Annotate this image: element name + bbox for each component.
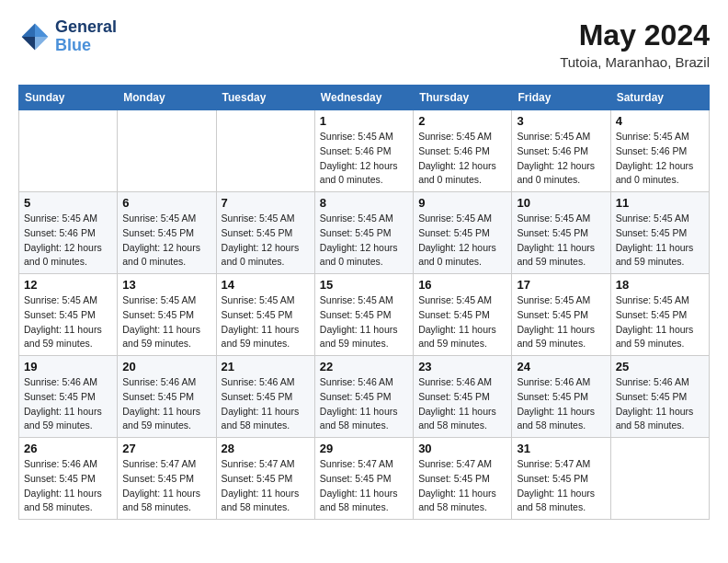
day-info: Sunrise: 5:45 AM Sunset: 5:46 PM Dayligh… xyxy=(517,130,605,188)
month-year: May 2024 xyxy=(560,18,710,52)
day-number: 25 xyxy=(616,360,704,373)
day-number: 20 xyxy=(122,360,210,373)
day-info: Sunrise: 5:45 AM Sunset: 5:45 PM Dayligh… xyxy=(122,212,210,270)
day-info: Sunrise: 5:45 AM Sunset: 5:45 PM Dayligh… xyxy=(222,293,310,351)
logo-icon xyxy=(18,20,51,53)
day-number: 28 xyxy=(222,442,310,455)
day-info: Sunrise: 5:45 AM Sunset: 5:46 PM Dayligh… xyxy=(616,130,704,188)
page-header: General Blue May 2024 Tutoia, Maranhao, … xyxy=(18,18,710,70)
day-number: 19 xyxy=(24,360,112,373)
day-number: 31 xyxy=(517,442,605,455)
table-row: 11Sunrise: 5:45 AM Sunset: 5:45 PM Dayli… xyxy=(610,192,709,274)
day-number: 10 xyxy=(517,196,605,210)
table-row: 20Sunrise: 5:46 AM Sunset: 5:45 PM Dayli… xyxy=(118,356,216,438)
day-number: 26 xyxy=(24,442,112,455)
svg-marker-2 xyxy=(22,37,35,50)
day-number: 4 xyxy=(616,114,704,128)
col-wednesday: Wednesday xyxy=(314,86,413,110)
day-info: Sunrise: 5:46 AM Sunset: 5:45 PM Dayligh… xyxy=(222,375,310,433)
title-block: May 2024 Tutoia, Maranhao, Brazil xyxy=(560,18,710,70)
table-row: 28Sunrise: 5:47 AM Sunset: 5:45 PM Dayli… xyxy=(216,438,314,520)
col-tuesday: Tuesday xyxy=(216,86,314,110)
day-number: 22 xyxy=(320,360,408,373)
day-number: 18 xyxy=(616,278,704,292)
day-info: Sunrise: 5:47 AM Sunset: 5:45 PM Dayligh… xyxy=(122,457,210,515)
day-info: Sunrise: 5:45 AM Sunset: 5:45 PM Dayligh… xyxy=(320,212,408,270)
table-row: 5Sunrise: 5:45 AM Sunset: 5:46 PM Daylig… xyxy=(19,192,118,274)
table-row: 15Sunrise: 5:45 AM Sunset: 5:45 PM Dayli… xyxy=(314,274,413,356)
day-info: Sunrise: 5:46 AM Sunset: 5:45 PM Dayligh… xyxy=(320,375,408,433)
table-row: 30Sunrise: 5:47 AM Sunset: 5:45 PM Dayli… xyxy=(414,438,512,520)
calendar-week-row: 5Sunrise: 5:45 AM Sunset: 5:46 PM Daylig… xyxy=(19,192,710,274)
table-row: 18Sunrise: 5:45 AM Sunset: 5:45 PM Dayli… xyxy=(610,274,709,356)
day-info: Sunrise: 5:46 AM Sunset: 5:45 PM Dayligh… xyxy=(122,375,210,433)
day-number: 14 xyxy=(222,278,310,292)
day-info: Sunrise: 5:47 AM Sunset: 5:45 PM Dayligh… xyxy=(517,457,605,515)
table-row: 29Sunrise: 5:47 AM Sunset: 5:45 PM Dayli… xyxy=(314,438,413,520)
day-info: Sunrise: 5:45 AM Sunset: 5:45 PM Dayligh… xyxy=(517,293,605,351)
day-number: 21 xyxy=(222,360,310,373)
calendar-week-row: 19Sunrise: 5:46 AM Sunset: 5:45 PM Dayli… xyxy=(19,356,710,438)
day-info: Sunrise: 5:46 AM Sunset: 5:45 PM Dayligh… xyxy=(517,375,605,433)
day-info: Sunrise: 5:45 AM Sunset: 5:45 PM Dayligh… xyxy=(24,293,112,351)
day-number: 1 xyxy=(320,114,408,128)
day-info: Sunrise: 5:46 AM Sunset: 5:45 PM Dayligh… xyxy=(24,457,112,515)
table-row xyxy=(610,438,709,520)
location: Tutoia, Maranhao, Brazil xyxy=(560,54,710,70)
table-row: 24Sunrise: 5:46 AM Sunset: 5:45 PM Dayli… xyxy=(512,356,610,438)
day-number: 27 xyxy=(122,442,210,455)
day-info: Sunrise: 5:46 AM Sunset: 5:45 PM Dayligh… xyxy=(418,375,506,433)
day-info: Sunrise: 5:45 AM Sunset: 5:45 PM Dayligh… xyxy=(122,293,210,351)
day-number: 15 xyxy=(320,278,408,292)
table-row: 22Sunrise: 5:46 AM Sunset: 5:45 PM Dayli… xyxy=(314,356,413,438)
day-info: Sunrise: 5:47 AM Sunset: 5:45 PM Dayligh… xyxy=(222,457,310,515)
col-saturday: Saturday xyxy=(610,86,709,110)
table-row: 4Sunrise: 5:45 AM Sunset: 5:46 PM Daylig… xyxy=(610,110,709,192)
svg-marker-1 xyxy=(22,23,35,36)
day-info: Sunrise: 5:45 AM Sunset: 5:45 PM Dayligh… xyxy=(418,293,506,351)
day-info: Sunrise: 5:45 AM Sunset: 5:46 PM Dayligh… xyxy=(418,130,506,188)
table-row: 3Sunrise: 5:45 AM Sunset: 5:46 PM Daylig… xyxy=(512,110,610,192)
col-sunday: Sunday xyxy=(19,86,118,110)
table-row: 9Sunrise: 5:45 AM Sunset: 5:45 PM Daylig… xyxy=(414,192,512,274)
col-thursday: Thursday xyxy=(414,86,512,110)
calendar-week-row: 26Sunrise: 5:46 AM Sunset: 5:45 PM Dayli… xyxy=(19,438,710,520)
day-number: 11 xyxy=(616,196,704,210)
logo-text: General Blue xyxy=(55,18,117,55)
table-row: 19Sunrise: 5:46 AM Sunset: 5:45 PM Dayli… xyxy=(19,356,118,438)
day-info: Sunrise: 5:45 AM Sunset: 5:45 PM Dayligh… xyxy=(418,212,506,270)
day-number: 13 xyxy=(122,278,210,292)
table-row xyxy=(216,110,314,192)
table-row: 21Sunrise: 5:46 AM Sunset: 5:45 PM Dayli… xyxy=(216,356,314,438)
table-row: 13Sunrise: 5:45 AM Sunset: 5:45 PM Dayli… xyxy=(118,274,216,356)
table-row: 8Sunrise: 5:45 AM Sunset: 5:45 PM Daylig… xyxy=(314,192,413,274)
calendar-week-row: 1Sunrise: 5:45 AM Sunset: 5:46 PM Daylig… xyxy=(19,110,710,192)
day-number: 23 xyxy=(418,360,506,373)
day-info: Sunrise: 5:46 AM Sunset: 5:45 PM Dayligh… xyxy=(616,375,704,433)
day-info: Sunrise: 5:45 AM Sunset: 5:45 PM Dayligh… xyxy=(517,212,605,270)
col-monday: Monday xyxy=(118,86,216,110)
day-number: 5 xyxy=(24,196,112,210)
day-info: Sunrise: 5:47 AM Sunset: 5:45 PM Dayligh… xyxy=(320,457,408,515)
day-number: 30 xyxy=(418,442,506,455)
day-number: 9 xyxy=(418,196,506,210)
calendar-week-row: 12Sunrise: 5:45 AM Sunset: 5:45 PM Dayli… xyxy=(19,274,710,356)
table-row: 25Sunrise: 5:46 AM Sunset: 5:45 PM Dayli… xyxy=(610,356,709,438)
table-row: 16Sunrise: 5:45 AM Sunset: 5:45 PM Dayli… xyxy=(414,274,512,356)
table-row: 7Sunrise: 5:45 AM Sunset: 5:45 PM Daylig… xyxy=(216,192,314,274)
svg-marker-3 xyxy=(35,37,48,50)
day-info: Sunrise: 5:45 AM Sunset: 5:45 PM Dayligh… xyxy=(222,212,310,270)
day-number: 24 xyxy=(517,360,605,373)
day-number: 6 xyxy=(122,196,210,210)
table-row: 26Sunrise: 5:46 AM Sunset: 5:45 PM Dayli… xyxy=(19,438,118,520)
col-friday: Friday xyxy=(512,86,610,110)
day-number: 29 xyxy=(320,442,408,455)
calendar-header-row: Sunday Monday Tuesday Wednesday Thursday… xyxy=(19,86,710,110)
day-number: 12 xyxy=(24,278,112,292)
table-row: 27Sunrise: 5:47 AM Sunset: 5:45 PM Dayli… xyxy=(118,438,216,520)
day-number: 2 xyxy=(418,114,506,128)
table-row: 14Sunrise: 5:45 AM Sunset: 5:45 PM Dayli… xyxy=(216,274,314,356)
table-row: 23Sunrise: 5:46 AM Sunset: 5:45 PM Dayli… xyxy=(414,356,512,438)
calendar-table: Sunday Monday Tuesday Wednesday Thursday… xyxy=(18,85,710,520)
day-number: 16 xyxy=(418,278,506,292)
